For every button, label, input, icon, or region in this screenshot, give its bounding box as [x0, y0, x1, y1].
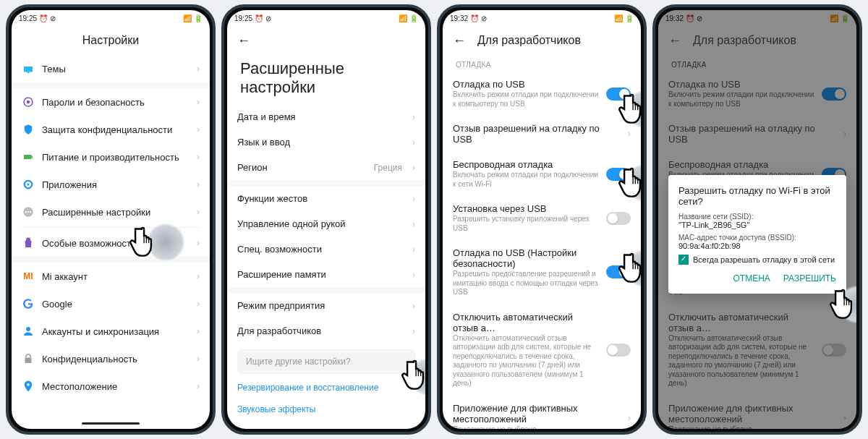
allow-button[interactable]: РАЗРЕШИТЬ	[783, 273, 836, 284]
page-title: Для разработчиков	[477, 34, 581, 47]
item-gestures[interactable]: Функции жестов›	[227, 186, 425, 211]
navbar	[12, 417, 210, 429]
item-power[interactable]: Питание и производительность›	[12, 143, 210, 171]
phone-3: 19:32⏰ ⊘ 📶 🔋 ← Для разработчиков ОТЛАДКА…	[437, 4, 647, 435]
svg-rect-4	[27, 72, 30, 74]
item-region[interactable]: РегионГреция›	[227, 155, 425, 180]
target-icon	[22, 95, 35, 108]
toggle-wireless[interactable]	[606, 168, 631, 181]
item-onehand[interactable]: Управление одной рукой›	[227, 211, 425, 236]
toggle-auto-revoke[interactable]	[606, 344, 631, 357]
svg-rect-7	[24, 155, 32, 159]
toggle-usb-sec[interactable]	[606, 265, 631, 278]
location-icon	[22, 380, 35, 393]
item-wireless[interactable]: Беспроводная отладкаВключать режим отлад…	[443, 152, 641, 196]
svg-rect-3	[24, 67, 33, 72]
checkmark-icon	[678, 255, 689, 265]
svg-rect-16	[25, 358, 32, 364]
person-icon	[22, 325, 35, 338]
item-revoke[interactable]: Отзыв разрешений на отладку по USB›	[443, 116, 641, 152]
battery-icon	[22, 150, 35, 163]
item-conf[interactable]: Конфиденциальность›	[12, 345, 210, 372]
item-special[interactable]: Особые возможности›	[12, 229, 210, 257]
phone-4: 19:32⏰ ⊘ 📶 🔋 ← Для разработчиков ОТЛАДКА…	[652, 4, 862, 435]
svg-rect-8	[32, 156, 33, 158]
gear-icon	[22, 178, 35, 191]
svg-point-15	[26, 327, 30, 331]
section-label: ОТЛАДКА	[443, 55, 641, 72]
item-memext[interactable]: Расширение памяти›	[227, 262, 425, 287]
svg-point-6	[27, 101, 30, 104]
toggle-usb-debug[interactable]	[606, 88, 631, 101]
page-title: Настройки	[12, 26, 210, 55]
svg-point-14	[30, 211, 31, 213]
item-advanced[interactable]: Расширенные настройки›	[12, 198, 210, 226]
item-mi[interactable]: MI Mi аккаунт›	[12, 263, 210, 290]
page-title: Расширенные настройки	[227, 55, 425, 104]
wifi-debug-dialog: Разрешить отладку по Wi-Fi в этой сети? …	[668, 175, 846, 294]
dots-icon	[22, 205, 35, 218]
always-allow-checkbox[interactable]: Всегда разрешать отладку в этой сети	[678, 255, 836, 265]
google-icon	[22, 297, 35, 310]
link-backup[interactable]: Резервирование и восстановление	[227, 377, 425, 398]
item-install[interactable]: Установка через USBРазрешить установку п…	[443, 196, 641, 240]
item-access[interactable]: Спец. возможности›	[227, 236, 425, 262]
item-dev[interactable]: Для разработчиков›	[227, 318, 425, 344]
statusbar: 19:25⏰ ⊘ 📶 🔋	[12, 10, 210, 26]
back-button[interactable]: ←	[453, 33, 466, 48]
statusbar: 19:32⏰ ⊘ 📶 🔋	[443, 10, 641, 26]
item-usb-debug[interactable]: Отладка по USBВключить режим отладки при…	[443, 72, 641, 116]
link-sound[interactable]: Звуковые эффекты	[227, 398, 425, 420]
phone-1: 19:25⏰ ⊘ 📶 🔋 Настройки Темы› Пароли и бе…	[6, 4, 216, 435]
svg-point-12	[25, 211, 27, 213]
item-mock[interactable]: Приложение для фиктивных местоположенийП…	[443, 396, 641, 430]
item-auto-revoke[interactable]: Отключить автоматический отзыв а…Отключи…	[443, 304, 641, 396]
phone-2: 19:25⏰ ⊘ 📶 🔋 ← Расширенные настройки Дат…	[221, 4, 431, 435]
item-accounts[interactable]: Аккаунты и синхронизация›	[12, 317, 210, 345]
mi-icon: MI	[22, 270, 35, 283]
item-google[interactable]: Google›	[12, 290, 210, 317]
statusbar: 19:25⏰ ⊘ 📶 🔋	[227, 10, 425, 26]
lock-icon	[22, 352, 35, 365]
item-privacy[interactable]: Защита конфиденциальности›	[12, 116, 210, 143]
item-usb-sec[interactable]: Отладка по USB (Настройки безопасности)Р…	[443, 240, 641, 304]
item-datetime[interactable]: Дата и время›	[227, 104, 425, 129]
item-lang[interactable]: Язык и ввод›	[227, 129, 425, 155]
theme-icon	[22, 62, 35, 75]
search-input[interactable]: Ищите другие настройки?	[237, 349, 415, 374]
bag-icon	[22, 236, 35, 250]
item-themes[interactable]: Темы›	[12, 55, 210, 82]
toggle-install[interactable]	[606, 212, 631, 225]
svg-point-13	[27, 211, 29, 213]
svg-point-17	[27, 383, 30, 386]
item-passwords[interactable]: Пароли и безопасность›	[12, 88, 210, 116]
svg-point-10	[27, 184, 30, 186]
titlebar: ←	[227, 26, 425, 55]
item-apps[interactable]: Приложения›	[12, 171, 210, 198]
item-enterprise[interactable]: Режим предприятия›	[227, 293, 425, 318]
back-button[interactable]: ←	[237, 33, 250, 48]
item-location[interactable]: Местоположение›	[12, 372, 210, 400]
shield-icon	[22, 123, 35, 136]
cancel-button[interactable]: ОТМЕНА	[733, 273, 770, 284]
dialog-title: Разрешить отладку по Wi-Fi в этой сети?	[678, 185, 836, 207]
titlebar: ← Для разработчиков	[443, 26, 641, 55]
